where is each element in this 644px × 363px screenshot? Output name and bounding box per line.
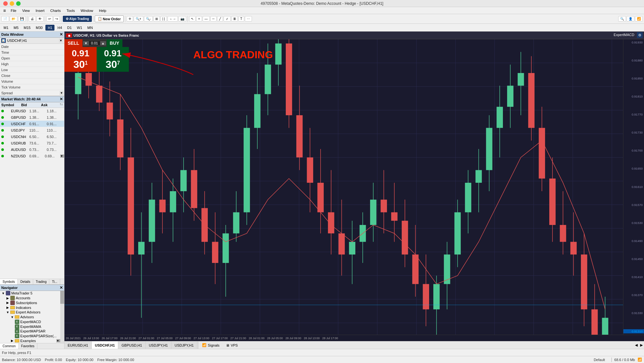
trendline-btn[interactable]: ╱ <box>217 16 223 22</box>
profile-btn[interactable]: 👤 <box>627 16 634 22</box>
line-btn[interactable]: — <box>203 16 210 22</box>
tf-mn[interactable]: MN <box>85 25 95 31</box>
mw-row-usdrub[interactable]: USDRUB 73.6... 73.7... <box>0 140 64 146</box>
nav-tab-favorites[interactable]: Favorites <box>19 343 37 349</box>
crosshair2-btn[interactable]: + <box>196 16 202 22</box>
mw-row-usdjpy[interactable]: USDJPY 110.... 110.... <box>0 127 64 134</box>
mw-tab-details[interactable]: Details <box>18 279 33 284</box>
mw-row-eurusd[interactable]: EURUSD 1.18... 1.18... <box>0 108 64 114</box>
nav-item-expertmama[interactable]: E ExpertMAMA <box>0 324 60 329</box>
chart-tab-eurusd[interactable]: EURUSD,H1 <box>64 341 92 349</box>
tf-m30[interactable]: M30 <box>34 25 45 31</box>
market-watch-close[interactable]: ✕ <box>60 97 63 101</box>
mw-row-usdcnh[interactable]: USDCNH 6.50... 6.50... <box>0 134 64 140</box>
tf-h1[interactable]: H1 <box>45 25 54 31</box>
window-controls[interactable] <box>3 1 21 6</box>
crosshair-btn[interactable]: ✛ <box>127 16 133 22</box>
new-chart-btn[interactable]: 📄 <box>1 16 9 22</box>
nav-expand-subscriptions[interactable]: ▶ <box>6 301 10 305</box>
nav-expand-accounts[interactable]: ▶ <box>6 296 10 300</box>
data-window-close[interactable]: ✕ <box>60 32 63 37</box>
tab-scroll-left[interactable]: ◀ <box>634 343 639 347</box>
cursor-btn[interactable]: ↖ <box>189 16 196 22</box>
zoom-out-btn[interactable]: 🔍- <box>144 16 153 22</box>
signal-btn[interactable]: 📶 <box>635 16 643 22</box>
market-watch-header[interactable]: Market Watch: 20:40:44 ✕ <box>0 96 64 102</box>
channel-btn[interactable]: ⫽ <box>224 16 231 22</box>
menu-tools[interactable]: Tools <box>64 8 77 13</box>
op-sell-btn[interactable]: SELL <box>64 39 82 47</box>
screenshot-btn[interactable]: 📷 <box>178 16 186 22</box>
mw-row-usdchf[interactable]: USDCHF 0.91... 0.91... <box>0 121 64 127</box>
search-global-btn[interactable]: 🔍 <box>618 16 626 22</box>
nav-item-indicators[interactable]: ▶ Indicators <box>0 305 60 310</box>
nav-item-expertmapsarsize[interactable]: E ExpertMAPSARSize(... <box>0 334 60 339</box>
undo-btn[interactable]: ↩ <box>46 16 53 22</box>
zoom-in-btn[interactable]: 🔍+ <box>134 16 143 22</box>
navigator-close[interactable]: ✕ <box>60 285 63 290</box>
nav-scroll-down[interactable]: ▼ <box>56 339 60 342</box>
minimize-button[interactable] <box>10 1 14 6</box>
chart-tab-usdjpy-h1-2[interactable]: USDJPY,H1 <box>171 341 197 349</box>
nav-item-expertmapsar[interactable]: E ExpertMAPSAR <box>0 329 60 334</box>
nav-item-expertmacd[interactable]: E ExpertMACD <box>0 319 60 324</box>
tf-m1[interactable]: M1 <box>1 25 11 31</box>
menu-icon-btn[interactable]: ≡ <box>2 7 7 14</box>
new-order-btn[interactable]: 📋 New Order <box>95 15 124 22</box>
nav-expand-ea[interactable]: ▼ <box>6 310 10 314</box>
mw-row-audusd[interactable]: AUDUSD 0.73... 0.73... <box>0 146 64 153</box>
menu-file[interactable]: File <box>8 8 19 13</box>
op-lot-decrease[interactable]: ▼ <box>83 41 89 45</box>
mw-tab-trading[interactable]: Trading <box>33 279 50 284</box>
menu-window[interactable]: Window <box>78 8 96 13</box>
op-lot-increase[interactable]: ▲ <box>100 41 106 45</box>
text-btn[interactable]: T <box>238 16 244 22</box>
chart-settings-btn[interactable]: ⚙ <box>637 32 643 38</box>
fib-btn[interactable]: ≣ <box>231 16 238 22</box>
tf-m5[interactable]: M5 <box>11 25 21 31</box>
menu-charts[interactable]: Charts <box>48 8 63 13</box>
nav-item-subscriptions[interactable]: ▶ Subscriptions <box>0 300 60 305</box>
nav-item-root[interactable]: ▼ MetaTrader 5 <box>0 291 60 296</box>
nav-item-accounts[interactable]: ▶ Accounts <box>0 296 60 301</box>
mw-scroll-down[interactable]: ▼ <box>60 154 64 158</box>
nav-item-advisors[interactable]: ▼ Advisors <box>0 315 60 320</box>
algo-trading-btn[interactable]: ⚙ Algo Trading <box>63 16 92 22</box>
more-tools-btn[interactable]: ⋯ <box>245 16 252 22</box>
tf-d1[interactable]: D1 <box>65 25 74 31</box>
nav-tab-common[interactable]: Common <box>0 343 19 349</box>
tf-h4[interactable]: H4 <box>55 25 64 31</box>
chart-tab-usdchf[interactable]: USDCHF,H1 <box>92 341 119 349</box>
tf-m15[interactable]: M15 <box>22 25 33 31</box>
chart-tab-vps[interactable]: 🖥 VPS <box>223 342 241 348</box>
print-btn[interactable]: 🖨 <box>29 16 36 22</box>
mw-row-gbpusd[interactable]: GBPUSD 1.38... 1.38... <box>0 114 64 121</box>
hline-btn[interactable]: ─ <box>210 16 216 22</box>
nav-expand-advisors[interactable]: ▼ <box>10 315 14 319</box>
op-buy-btn[interactable]: BUY <box>107 39 123 47</box>
nav-item-expert-advisors[interactable]: ▼ Expert Advisors <box>0 310 60 315</box>
mw-tab-symbols[interactable]: Symbols <box>0 279 18 284</box>
tf-w1[interactable]: W1 <box>75 25 85 31</box>
chart-tab-usdjpy-h1[interactable]: USDJPY,H1 <box>146 341 171 349</box>
close-button[interactable] <box>3 1 8 6</box>
redo-btn[interactable]: ↪ <box>53 16 60 22</box>
nav-scrollbar[interactable] <box>60 291 64 343</box>
chart-tab-gbpusd[interactable]: GBPUSD,H1 <box>118 341 146 349</box>
dw-scroll-btn[interactable]: ▼ <box>59 39 63 42</box>
nav-expand-examples[interactable]: ▶ <box>10 339 14 343</box>
menu-help[interactable]: Help <box>96 8 109 13</box>
open-btn[interactable]: 📂 <box>10 16 17 22</box>
mw-tab-ti[interactable]: Ti... <box>49 279 60 284</box>
nav-expand-root[interactable]: ▼ <box>1 291 5 295</box>
period-sep-btn[interactable]: | | <box>160 16 167 22</box>
nav-item-examples[interactable]: ▶ Examples ▼ <box>0 338 60 343</box>
spread-dropdown[interactable]: ▼ <box>60 91 63 95</box>
auto-scroll-btn[interactable]: ⊞ <box>153 16 160 22</box>
tab-scroll-right[interactable]: ▶ <box>639 343 644 347</box>
chart-scroll-btn[interactable]: ←→ <box>168 16 178 22</box>
chart-tab-signals[interactable]: 📶 Signals <box>199 342 223 348</box>
print-prev-btn[interactable]: 👁 <box>36 16 43 22</box>
menu-view[interactable]: View <box>20 8 33 13</box>
mw-col-sort[interactable]: ↑↓ <box>60 102 64 107</box>
